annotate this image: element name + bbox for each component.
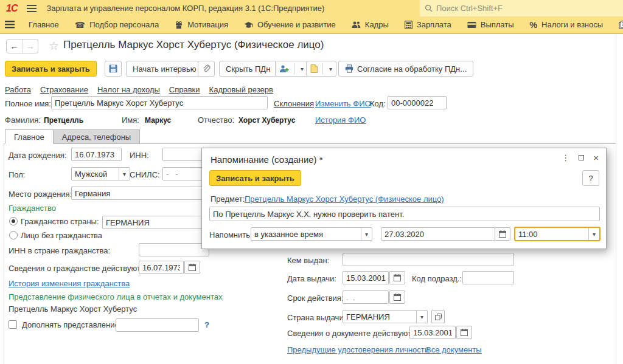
maximize-icon[interactable]	[579, 155, 584, 160]
panel-border-left	[4, 143, 4, 364]
app-window: 1С Зарплата и управление персоналом КОРП…	[0, 0, 623, 364]
close-icon[interactable]: ×	[593, 153, 599, 162]
phone-icon: ☎	[75, 21, 85, 29]
section-link-work[interactable]: Работа	[5, 85, 31, 94]
more-actions-icon[interactable]: ⋮	[562, 154, 569, 162]
forward-button[interactable]: →	[23, 39, 38, 53]
menu-item-reports[interactable]: Отчетность	[611, 16, 623, 33]
gender-select[interactable]: Мужской ▾	[71, 167, 130, 180]
issue-country-select[interactable]: ГЕРМАНИЯ ▾	[343, 310, 428, 323]
inn-foreign-input[interactable]	[139, 243, 209, 256]
dialog-window-buttons: ⋮ ×	[562, 153, 599, 162]
attachments-button[interactable]	[198, 61, 215, 77]
firstname-label: Имя:	[122, 115, 139, 125]
code-input[interactable]	[388, 96, 447, 109]
section-link-insurance[interactable]: Страхование	[40, 85, 88, 94]
presentation-suffix-input[interactable]	[116, 318, 199, 332]
pdn-consent-print-button[interactable]: Согласие на обработку ПДн...	[338, 61, 473, 77]
section-link-income-tax[interactable]: Налог на доходы	[97, 85, 160, 94]
tab-addresses[interactable]: Адреса, телефоны	[54, 129, 141, 144]
previous-ids-link[interactable]: Предыдущие удостоверения личности	[287, 345, 429, 354]
calendar-button[interactable]	[389, 290, 405, 304]
inn-label: ИНН:	[130, 151, 149, 160]
expiry-input[interactable]	[343, 290, 389, 304]
create-based-on-dropdown-button[interactable]: ▾	[306, 61, 336, 77]
change-fio-link[interactable]: Изменить ФИО	[315, 99, 371, 108]
people-icon	[352, 21, 361, 29]
menu-item-salary[interactable]: Зарплата	[397, 16, 459, 33]
presentation-header: Представление физического лица в отчетах…	[9, 292, 222, 301]
chevron-down-icon[interactable]: ▾	[119, 168, 130, 180]
issue-date-input[interactable]	[343, 271, 389, 284]
full-name-input[interactable]	[51, 96, 268, 109]
menu-item-taxes[interactable]: % Налоги и взносы	[522, 16, 611, 33]
dept-code-label: Код подразд.:	[412, 274, 462, 283]
section-link-certificates[interactable]: Справки	[169, 85, 200, 94]
issued-by-input[interactable]	[343, 253, 514, 266]
menu-item-main[interactable]: Главное	[21, 16, 67, 33]
reminder-text-input[interactable]	[209, 207, 600, 221]
subject-link[interactable]: Претцелль Маркус Хорст Хубертус (Физичес…	[245, 194, 444, 204]
chevron-down-icon[interactable]: ▾	[361, 228, 372, 240]
birth-date-input[interactable]	[71, 148, 122, 161]
tab-main[interactable]: Главное	[5, 129, 54, 144]
1c-logo-icon: 1С	[6, 3, 17, 14]
titlebar: 1С Зарплата и управление персоналом КОРП…	[0, 0, 623, 16]
dialog-save-close-button[interactable]: Записать и закрыть	[209, 170, 301, 186]
stateless-label[interactable]: Лицо без гражданства	[21, 231, 102, 240]
gender-label: Пол:	[9, 170, 26, 179]
birth-place-label: Место рождения:	[9, 190, 72, 199]
save-button[interactable]	[105, 61, 122, 77]
presentation-value: Претцелль Маркус Хорст Хубертус	[9, 304, 137, 314]
menubar: Главное ☎ Подбор персонала Мотивация Обу…	[0, 16, 623, 34]
dept-code-input[interactable]	[462, 271, 514, 284]
chevron-down-icon: ▾	[301, 66, 304, 72]
document-valid-from-input[interactable]	[409, 326, 456, 339]
citizenship-country-radio[interactable]	[9, 217, 18, 225]
remind-mode-select[interactable]: в указанное время ▾	[251, 227, 372, 241]
graduation-icon	[244, 21, 253, 29]
menu-item-motivation[interactable]: Мотивация	[167, 16, 236, 33]
firstname-value: Маркус	[145, 116, 171, 125]
append-presentation-label[interactable]: Дополнять представление	[22, 320, 119, 329]
chevron-down-icon[interactable]: ▾	[416, 311, 427, 323]
fio-history-link[interactable]: История ФИО	[315, 115, 366, 125]
split-divider	[294, 63, 294, 74]
remind-time-select[interactable]: 11:00 ▾	[515, 227, 600, 241]
middlename-label: Отчество:	[198, 115, 234, 125]
paperclip-icon	[202, 64, 211, 73]
main-menu-icon[interactable]	[27, 5, 37, 12]
calendar-button[interactable]	[495, 227, 510, 241]
citizenship-valid-from-input[interactable]	[139, 261, 184, 274]
append-presentation-checkbox[interactable]	[9, 320, 17, 329]
remind-label: Напомнить:	[209, 230, 252, 239]
full-name-label: Полное имя:	[5, 99, 51, 108]
hide-pdn-button[interactable]: Скрыть ПДн	[219, 61, 277, 77]
add-person-dropdown-button[interactable]: ▾	[275, 61, 308, 77]
section-link-personnel-reserve[interactable]: Кадровый резерв	[209, 85, 273, 94]
save-close-button[interactable]: Записать и закрыть	[5, 61, 97, 77]
code-label: Код:	[370, 99, 386, 108]
menu-item-recruiting[interactable]: ☎ Подбор персонала	[67, 16, 167, 33]
functions-menu-icon[interactable]	[0, 16, 21, 33]
calendar-button[interactable]	[389, 271, 405, 284]
chevron-down-icon[interactable]: ▾	[588, 228, 599, 240]
remind-date-input[interactable]	[381, 227, 495, 241]
all-documents-link[interactable]: Все документы	[426, 345, 482, 354]
declensions-link[interactable]: Склонения	[274, 99, 314, 108]
start-interview-button[interactable]: Начать интервью	[126, 61, 203, 77]
citizenship-country-label[interactable]: Гражданство страны:	[21, 217, 99, 226]
menu-item-hr[interactable]: Кадры	[344, 16, 397, 33]
citizenship-history-link[interactable]: История изменения гражданства	[9, 279, 130, 288]
open-item-button[interactable]	[431, 310, 445, 323]
menu-item-training[interactable]: Обучение и развитие	[236, 16, 344, 33]
global-search-input[interactable]: Поиск Ctrl+Shift+F	[420, 0, 623, 16]
stateless-radio[interactable]	[9, 231, 18, 239]
favorite-star-icon[interactable]: ☆	[49, 39, 59, 53]
menu-item-payments[interactable]: Выплаты	[459, 16, 522, 33]
dialog-help-button[interactable]: ?	[582, 170, 599, 186]
back-button[interactable]: ←	[7, 39, 23, 53]
calendar-button[interactable]	[184, 261, 200, 274]
help-icon[interactable]: ?	[204, 320, 209, 329]
calendar-button[interactable]	[456, 326, 472, 339]
